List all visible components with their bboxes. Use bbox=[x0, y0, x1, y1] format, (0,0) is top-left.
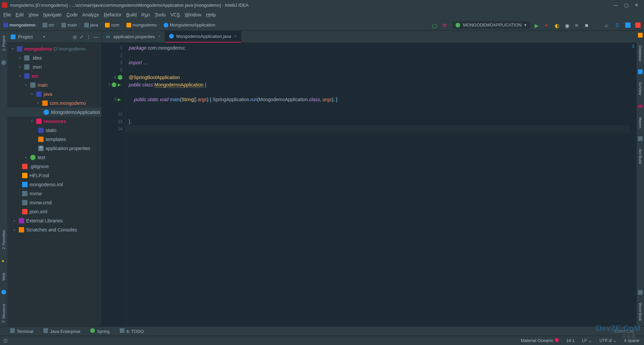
menu-edit[interactable]: Edit bbox=[16, 12, 24, 17]
tab-ant[interactable]: Ant Build bbox=[638, 146, 643, 166]
spring-gutter-icon[interactable] bbox=[118, 75, 122, 80]
tree-root[interactable]: ▾ mongodemo D:\mongodemo bbox=[7, 44, 102, 53]
tree-class-file[interactable]: MongodemoApplication bbox=[7, 108, 102, 117]
run-config-selector[interactable]: MONGODEMOAPPLICATION ▾ bbox=[452, 21, 530, 29]
maximize-button[interactable]: ▢ bbox=[624, 2, 629, 8]
tree-gitignore[interactable]: .gitignore bbox=[7, 162, 102, 171]
tab-sciview[interactable]: SciView bbox=[638, 79, 643, 98]
tree-mvnw[interactable]: mvnw bbox=[7, 189, 102, 198]
minimize-button[interactable]: — bbox=[613, 2, 618, 8]
chevron-down-icon[interactable]: ▾ bbox=[43, 35, 45, 39]
grid-icon[interactable]: ⠿ bbox=[615, 22, 621, 28]
menu-tools[interactable]: Tools bbox=[155, 12, 166, 17]
status-indent[interactable]: 4 space bbox=[624, 338, 639, 343]
target-icon[interactable]: ◎ bbox=[73, 34, 77, 40]
code-content[interactable]: package com.mongodemo; import ... @Sprin… bbox=[126, 43, 637, 336]
expand-icon[interactable]: ▸ bbox=[23, 155, 28, 159]
build-icon[interactable]: ▢ bbox=[432, 22, 437, 28]
tree-idea[interactable]: ▸ .idea bbox=[7, 53, 102, 62]
tab-web[interactable]: Web bbox=[1, 270, 6, 283]
ant-icon[interactable] bbox=[638, 136, 643, 141]
status-theme[interactable]: Material Oceanic bbox=[521, 338, 559, 343]
expand-icon[interactable]: ▾ bbox=[23, 83, 28, 87]
tree-iml[interactable]: mongodemo.iml bbox=[7, 180, 102, 189]
tab-mongodemo-application[interactable]: MongodemoApplication.java ✕ bbox=[165, 30, 241, 43]
expand-icon[interactable]: ▸ bbox=[17, 65, 22, 69]
stop-button[interactable]: ■ bbox=[585, 22, 590, 28]
ms-icon[interactable] bbox=[635, 22, 641, 28]
project-tree[interactable]: ▾ mongodemo D:\mongodemo ▸ .idea ▸ .mvn … bbox=[7, 43, 102, 336]
tab-todo[interactable]: 6: TODO bbox=[120, 328, 144, 334]
tree-main[interactable]: ▾ main bbox=[7, 80, 102, 89]
event-log-button[interactable]: Event Log bbox=[614, 329, 634, 334]
bc-src[interactable]: src bbox=[49, 22, 54, 27]
sciview-icon[interactable] bbox=[638, 69, 643, 74]
tree-resources[interactable]: ▾ resources bbox=[7, 117, 102, 126]
run-gutter-icon[interactable]: ▶ bbox=[118, 97, 122, 102]
bc-mongodemo[interactable]: mongodemo bbox=[132, 22, 157, 27]
bc-class[interactable]: MongodemoApplication bbox=[170, 22, 215, 27]
collapse-icon[interactable]: ⤢ bbox=[79, 34, 84, 40]
hide-icon[interactable]: — bbox=[94, 34, 98, 40]
menu-build[interactable]: Build bbox=[126, 12, 137, 17]
status-encoding[interactable]: UTF-8 ⌄ bbox=[599, 338, 616, 343]
expand-icon[interactable]: ▾ bbox=[36, 101, 40, 105]
profile-button[interactable]: ◉ bbox=[565, 22, 570, 28]
menu-file[interactable]: File bbox=[3, 12, 11, 17]
tree-java[interactable]: ▾ java bbox=[7, 89, 102, 98]
globe-icon[interactable] bbox=[1, 60, 6, 65]
coverage-button[interactable]: ◐ bbox=[555, 22, 560, 28]
tree-pom[interactable]: pom.xml bbox=[7, 207, 102, 216]
tree-test[interactable]: ▸ test bbox=[7, 153, 102, 162]
expand-icon[interactable]: ▾ bbox=[17, 74, 22, 78]
menu-help[interactable]: Help bbox=[206, 12, 216, 17]
bc-java[interactable]: java bbox=[90, 22, 98, 27]
search-icon[interactable]: ⌕ bbox=[605, 22, 610, 28]
menu-view[interactable]: View bbox=[29, 12, 39, 17]
tree-mvn[interactable]: ▸ .mvn bbox=[7, 62, 102, 71]
expand-icon[interactable]: ▸ bbox=[12, 219, 17, 222]
menu-refactor[interactable]: Refactor bbox=[104, 12, 121, 17]
translate-icon[interactable] bbox=[625, 22, 631, 28]
tab-project[interactable]: 1: Project bbox=[1, 33, 6, 54]
tool-window-toggle-icon[interactable]: ◫ bbox=[3, 338, 7, 343]
run-gutter-icon[interactable]: ▶ bbox=[118, 82, 122, 87]
code-editor[interactable]: 1 2 3 5 6 7▶ 9▶ 12 13 14 package com.mon… bbox=[102, 43, 637, 336]
tab-terminal[interactable]: Terminal bbox=[10, 328, 33, 334]
tree-ext-lib[interactable]: ▸ External Libraries bbox=[7, 216, 102, 225]
panel-title[interactable]: Project bbox=[18, 34, 41, 40]
tree-templates[interactable]: templates bbox=[7, 135, 102, 144]
expand-icon[interactable]: ▾ bbox=[10, 47, 15, 51]
maven-icon[interactable]: m bbox=[638, 103, 643, 109]
tree-app-props[interactable]: ‹/› application.properties bbox=[7, 144, 102, 153]
menu-analyze[interactable]: Analyze bbox=[83, 12, 99, 17]
bc-com[interactable]: com bbox=[111, 22, 119, 27]
menu-run[interactable]: Run bbox=[142, 12, 150, 17]
menu-code[interactable]: Code bbox=[66, 12, 77, 17]
status-line-ending[interactable]: LF ⌄ bbox=[582, 338, 592, 343]
tab-wordbook[interactable]: Word Book bbox=[638, 300, 643, 324]
tab-spring[interactable]: Spring bbox=[90, 328, 110, 334]
stack-icon[interactable]: ≡ bbox=[575, 22, 580, 28]
tree-static[interactable]: static bbox=[7, 126, 102, 135]
tab-structure[interactable]: 7: Structure bbox=[1, 301, 6, 326]
close-button[interactable]: ✕ bbox=[635, 2, 639, 8]
run-button[interactable]: ▶ bbox=[535, 22, 540, 28]
menu-vcs[interactable]: VCS bbox=[170, 12, 180, 17]
tree-src[interactable]: ▾ src bbox=[7, 71, 102, 80]
spring-gutter-icon[interactable] bbox=[112, 82, 116, 87]
status-position[interactable]: 14:1 bbox=[566, 338, 575, 343]
bc-project[interactable]: mongodemo bbox=[9, 22, 36, 27]
tab-application-properties[interactable]: ‹/› application.properties ✕ bbox=[102, 30, 165, 43]
tree-scratches[interactable]: ▸ Scratches and Consoles bbox=[7, 225, 102, 234]
expand-icon[interactable]: ▸ bbox=[17, 56, 22, 60]
debug-button[interactable]: ⌖ bbox=[545, 22, 550, 28]
tab-maven[interactable]: Maven bbox=[638, 115, 643, 131]
hammer-icon[interactable]: ⚒ bbox=[442, 22, 447, 28]
close-tab-icon[interactable]: ✕ bbox=[234, 34, 237, 39]
database-icon[interactable] bbox=[638, 33, 643, 38]
tab-database[interactable]: Database bbox=[638, 43, 643, 64]
tree-help[interactable]: HELP.md bbox=[7, 171, 102, 180]
menu-window[interactable]: Window bbox=[185, 12, 202, 17]
inspection-icon[interactable]: Å bbox=[632, 44, 635, 49]
